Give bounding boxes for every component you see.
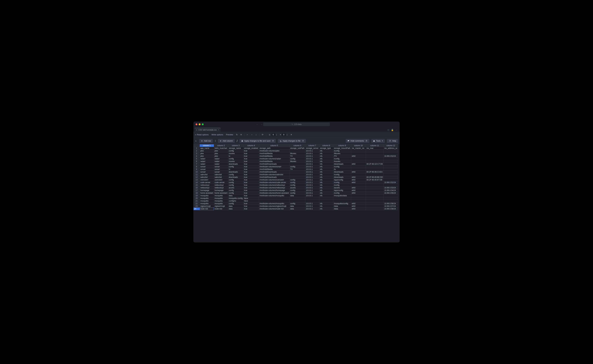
cell[interactable]: plex bbox=[200, 152, 214, 155]
column-header[interactable]: column 11 bbox=[366, 144, 384, 147]
add-column-button[interactable]: Add column bbox=[218, 139, 235, 143]
cell[interactable]: eth0 bbox=[351, 163, 366, 165]
cell[interactable]: /config bbox=[333, 192, 351, 195]
cell[interactable]: 10.0.0.1 bbox=[305, 189, 319, 192]
cell[interactable]: /mnt/kube-volumes/radarr bbox=[259, 157, 290, 160]
cell[interactable]: storage_mountPath bbox=[333, 147, 351, 150]
cell[interactable]: config bbox=[228, 202, 243, 205]
align-corner-icon[interactable]: ⌐ bbox=[247, 133, 248, 136]
cell[interactable]: movies bbox=[228, 152, 243, 155]
cell[interactable] bbox=[259, 200, 290, 202]
cell[interactable]: nfs bbox=[319, 205, 333, 208]
row-number[interactable]: 9 bbox=[194, 168, 200, 171]
row-number[interactable]: 19 bbox=[194, 195, 200, 197]
cell[interactable] bbox=[366, 168, 384, 171]
cell[interactable] bbox=[384, 168, 398, 171]
row-number[interactable]: 13 bbox=[194, 179, 200, 181]
cell[interactable] bbox=[384, 195, 398, 197]
tab-csv-edit[interactable]: ≡ CSV edit homelab.csv × bbox=[195, 128, 221, 132]
cell[interactable] bbox=[351, 160, 366, 163]
row-number[interactable]: 5 bbox=[194, 157, 200, 160]
cell[interactable]: true bbox=[243, 176, 259, 179]
cell[interactable] bbox=[384, 197, 398, 200]
cell[interactable]: config bbox=[290, 189, 305, 192]
cell[interactable]: sabnzbd bbox=[200, 173, 214, 176]
cell[interactable]: nw_address_wi bbox=[384, 147, 398, 150]
cell[interactable]: true bbox=[243, 202, 259, 205]
cell[interactable]: node-red bbox=[200, 208, 214, 210]
cell[interactable]: eth0 bbox=[351, 171, 366, 173]
cell[interactable] bbox=[351, 195, 366, 197]
cell[interactable]: downloads bbox=[228, 176, 243, 179]
cell[interactable]: mosquitto bbox=[200, 202, 214, 205]
cell[interactable]: home-assistant bbox=[200, 192, 214, 195]
more-icon[interactable]: ⋯ bbox=[395, 129, 398, 131]
cell[interactable]: nfs bbox=[319, 160, 333, 163]
cell[interactable]: mosquitto bbox=[214, 200, 228, 202]
cell[interactable]: config bbox=[290, 157, 305, 160]
corner-cell[interactable] bbox=[194, 144, 200, 147]
cell[interactable]: /config bbox=[333, 157, 351, 160]
cell[interactable]: config bbox=[228, 157, 243, 160]
cell[interactable]: /TV bbox=[333, 155, 351, 157]
cell[interactable]: sonarr bbox=[200, 171, 214, 173]
row-number[interactable]: 20 bbox=[194, 197, 200, 200]
cell[interactable]: /downloads bbox=[333, 171, 351, 173]
column-header[interactable]: column 8 bbox=[319, 144, 333, 147]
column-header[interactable]: column 10 bbox=[351, 144, 366, 147]
cell[interactable]: /mnt/kube-volumes/plex bbox=[259, 150, 290, 152]
cell[interactable]: config bbox=[228, 179, 243, 181]
cell[interactable]: zigbee2mqtt bbox=[200, 205, 214, 208]
cell[interactable]: data bbox=[290, 205, 305, 208]
cell[interactable]: true bbox=[243, 208, 259, 210]
cell[interactable]: nfs bbox=[319, 202, 333, 205]
cell[interactable] bbox=[305, 200, 319, 202]
column-header[interactable]: column 3 bbox=[228, 144, 243, 147]
cell[interactable]: radarr bbox=[214, 157, 228, 160]
cell[interactable]: nfs bbox=[319, 181, 333, 184]
cell[interactable] bbox=[290, 171, 305, 173]
help-badge-icon[interactable]: ? bbox=[272, 140, 274, 142]
cell[interactable]: /config bbox=[333, 165, 351, 168]
cell[interactable]: nfs bbox=[319, 171, 333, 173]
row-stepper[interactable]: ▲▼ bbox=[215, 140, 216, 142]
cell[interactable]: true bbox=[243, 157, 259, 160]
cell[interactable] bbox=[366, 187, 384, 189]
cell[interactable]: /data bbox=[333, 208, 351, 210]
cell[interactable]: 10.99.0.57/24 bbox=[384, 205, 398, 208]
cell[interactable]: plex bbox=[214, 152, 228, 155]
cell[interactable] bbox=[384, 176, 398, 179]
cell[interactable]: /config bbox=[333, 173, 351, 176]
cell[interactable]: 10.0.0.1 bbox=[305, 179, 319, 181]
cell[interactable]: eth0 bbox=[351, 202, 366, 205]
cell[interactable] bbox=[333, 197, 351, 200]
cell[interactable]: false bbox=[243, 200, 259, 202]
cell[interactable]: radarr bbox=[200, 160, 214, 163]
cell[interactable] bbox=[366, 200, 384, 202]
cell[interactable]: /mnt/hdd/Media bbox=[259, 155, 290, 157]
column-header[interactable]: column 9 bbox=[333, 144, 351, 147]
cell[interactable]: helm_truechart bbox=[214, 147, 228, 150]
cell[interactable]: config bbox=[228, 181, 243, 184]
cell[interactable]: 10.0.0.1 bbox=[305, 168, 319, 171]
cell[interactable]: radarr bbox=[200, 157, 214, 160]
cell[interactable] bbox=[366, 173, 384, 176]
cell[interactable] bbox=[366, 160, 384, 163]
cell[interactable] bbox=[305, 197, 319, 200]
cell[interactable]: /mnt/kube-volumes/sonarr bbox=[259, 165, 290, 168]
cell[interactable]: /mnt/kube-volumes/netbootxyz bbox=[259, 184, 290, 187]
column-header[interactable]: column 12 bbox=[384, 144, 398, 147]
cell[interactable]: downloads bbox=[228, 163, 243, 165]
cell[interactable]: 10.99.0.56/24 bbox=[384, 202, 398, 205]
cell[interactable]: mosquitto bbox=[214, 202, 228, 205]
cell[interactable]: nfs bbox=[319, 150, 333, 152]
cell[interactable]: sabnzbd bbox=[214, 173, 228, 176]
cell[interactable]: 10.0.0.1 bbox=[305, 160, 319, 163]
resize-horizontal-icon[interactable]: ↔ bbox=[251, 133, 253, 136]
cell[interactable]: /mnt/kube-volumes/mosquitto bbox=[259, 195, 290, 197]
cell[interactable]: homepage bbox=[200, 189, 214, 192]
cell[interactable] bbox=[384, 171, 398, 173]
cell[interactable]: /mnt/kube-volumes/node-red bbox=[259, 208, 290, 210]
cell[interactable]: config bbox=[290, 202, 305, 205]
cell[interactable]: eth0 bbox=[351, 205, 366, 208]
